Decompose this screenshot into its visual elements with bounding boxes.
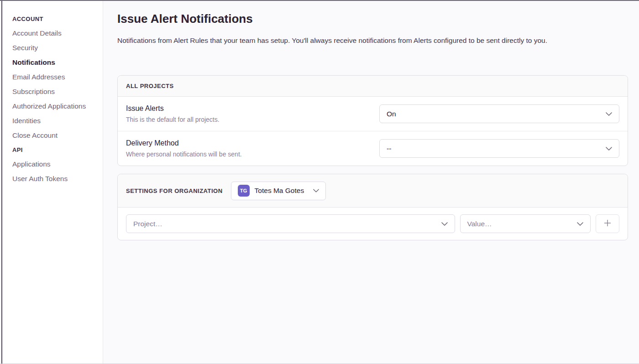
- organization-name: Totes Ma Gotes: [255, 187, 304, 195]
- delivery-method-selected-value: --: [387, 145, 391, 153]
- sidebar-item-applications[interactable]: Applications: [12, 160, 98, 168]
- sidebar-item-user-auth-tokens[interactable]: User Auth Tokens: [12, 174, 98, 183]
- delivery-method-help: Where personal notifications will be sen…: [126, 151, 242, 158]
- sidebar-item-security[interactable]: Security: [12, 43, 98, 52]
- sidebar-item-account-details[interactable]: Account Details: [12, 29, 98, 37]
- page-title: Issue Alert Notifications: [117, 11, 628, 26]
- chevron-down-icon: [606, 147, 612, 151]
- delivery-method-select[interactable]: --: [379, 139, 619, 158]
- sidebar-item-authorized-applications[interactable]: Authorized Applications: [12, 102, 98, 110]
- chevron-down-icon: [606, 112, 612, 116]
- value-select[interactable]: Value…: [460, 214, 591, 233]
- all-projects-panel-header: ALL PROJECTS: [118, 76, 628, 97]
- sidebar-item-notifications[interactable]: Notifications: [12, 58, 98, 67]
- chevron-down-icon: [313, 189, 319, 192]
- issue-alerts-selected-value: On: [387, 110, 396, 118]
- sidebar-header-account: ACCOUNT: [12, 16, 98, 22]
- delivery-method-label: Delivery Method: [126, 139, 242, 147]
- sidebar-section-api: API Applications User Auth Tokens: [12, 146, 98, 183]
- main-content: Issue Alert Notifications Notifications …: [104, 1, 639, 364]
- project-select-placeholder: Project…: [133, 220, 162, 228]
- project-select[interactable]: Project…: [126, 214, 455, 233]
- plus-icon: [603, 219, 612, 229]
- chevron-down-icon: [441, 222, 448, 226]
- organization-settings-panel: SETTINGS FOR ORGANIZATION TG Totes Ma Go…: [117, 174, 628, 240]
- value-select-placeholder: Value…: [467, 220, 492, 228]
- sidebar-item-close-account[interactable]: Close Account: [12, 131, 98, 140]
- delivery-method-row: Delivery Method Where personal notificat…: [118, 131, 628, 166]
- organization-avatar: TG: [238, 185, 250, 197]
- sidebar-item-identities[interactable]: Identities: [12, 116, 98, 125]
- issue-alerts-label-group: Issue Alerts This is the default for all…: [126, 104, 220, 123]
- issue-alerts-row: Issue Alerts This is the default for all…: [118, 97, 628, 131]
- all-projects-panel: ALL PROJECTS Issue Alerts This is the de…: [117, 75, 628, 166]
- issue-alerts-help: This is the default for all projects.: [126, 116, 220, 123]
- add-rule-button[interactable]: [596, 214, 619, 233]
- organization-select[interactable]: TG Totes Ma Gotes: [231, 182, 326, 200]
- organization-panel-header: SETTINGS FOR ORGANIZATION TG Totes Ma Go…: [118, 174, 628, 208]
- chevron-down-icon: [577, 222, 583, 226]
- fine-tuning-row: Project… Value…: [118, 208, 628, 240]
- issue-alerts-label: Issue Alerts: [126, 104, 220, 113]
- sidebar-item-email-addresses[interactable]: Email Addresses: [12, 73, 98, 81]
- all-projects-panel-title: ALL PROJECTS: [126, 83, 174, 89]
- organization-panel-title: SETTINGS FOR ORGANIZATION: [126, 187, 223, 194]
- sidebar-item-subscriptions[interactable]: Subscriptions: [12, 87, 98, 96]
- settings-sidebar: ACCOUNT Account Details Security Notific…: [2, 1, 103, 364]
- delivery-method-label-group: Delivery Method Where personal notificat…: [126, 139, 242, 158]
- issue-alerts-select[interactable]: On: [379, 104, 619, 123]
- page-description: Notifications from Alert Rules that your…: [117, 36, 628, 45]
- sidebar-section-account: ACCOUNT Account Details Security Notific…: [12, 16, 98, 140]
- sidebar-header-api: API: [12, 146, 98, 153]
